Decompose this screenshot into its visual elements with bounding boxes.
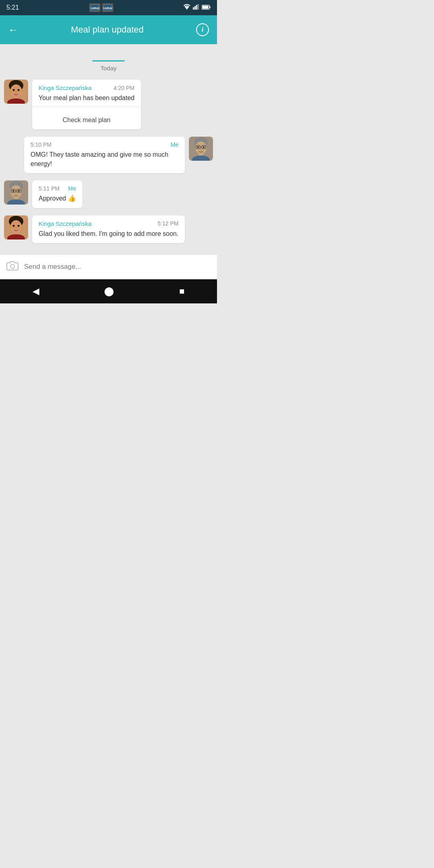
avatar-female-2	[4, 215, 28, 240]
svg-text:IKARIAN: IKARIAN	[103, 7, 112, 10]
message-bubble-1: Kinga Szczepańska 4:20 PM Your meal plan…	[32, 80, 141, 129]
message-divider-1	[32, 106, 141, 107]
nav-home-button[interactable]: ⬤	[96, 282, 122, 301]
message-row-sent-1: 5:10 PM Me OMG! They taste amazing and g…	[4, 137, 213, 173]
message-text-4: Glad you liked them. I'm going to add mo…	[39, 229, 178, 238]
message-time-1: 4:20 PM	[114, 85, 135, 91]
date-label: Today	[100, 65, 117, 72]
svg-point-41	[15, 193, 17, 194]
message-header-4: Kinga Szczepańska 5:12 PM	[39, 220, 178, 227]
page-title: Meal plan updated	[18, 25, 196, 35]
avatar-male-2	[4, 180, 28, 205]
svg-point-40	[18, 190, 20, 192]
svg-point-54	[10, 264, 14, 268]
nav-back-button[interactable]: ◀	[25, 282, 47, 301]
status-icons	[183, 4, 211, 11]
nav-recent-button[interactable]: ■	[171, 282, 192, 301]
svg-point-17	[15, 92, 17, 93]
ikarian-icon-2: IKARIAN	[102, 3, 113, 12]
message-input[interactable]	[24, 263, 211, 271]
svg-point-30	[200, 149, 202, 150]
wifi-icon	[183, 4, 190, 11]
svg-point-14	[10, 84, 22, 97]
svg-point-51	[21, 227, 23, 228]
input-bar	[0, 254, 217, 279]
date-line	[92, 60, 125, 61]
svg-point-16	[18, 89, 20, 91]
svg-point-18	[10, 91, 11, 92]
avatar-male-1	[189, 137, 213, 161]
message-bubble-4: Kinga Szczepańska 5:12 PM Glad you liked…	[32, 215, 185, 243]
sender-name-2: Me	[171, 141, 178, 148]
svg-point-39	[12, 190, 14, 192]
svg-point-46	[10, 220, 22, 233]
message-header-2: 5:10 PM Me	[31, 141, 178, 148]
svg-point-47	[13, 225, 15, 227]
sender-name-3: Me	[68, 185, 76, 192]
svg-rect-11	[209, 6, 210, 8]
date-separator: Today	[0, 60, 217, 72]
sender-name-1: Kinga Szczepańska	[39, 84, 92, 91]
svg-point-50	[10, 227, 11, 228]
info-button[interactable]: i	[196, 23, 209, 36]
message-header-1: Kinga Szczepańska 4:20 PM	[39, 84, 135, 91]
svg-point-49	[15, 227, 17, 228]
message-time-3: 5:11 PM	[39, 185, 59, 192]
svg-point-15	[13, 89, 15, 91]
svg-point-28	[197, 146, 199, 148]
message-text-2: OMG! They taste amazing and give me so m…	[31, 150, 178, 168]
svg-text:IKARIAN: IKARIAN	[90, 7, 99, 10]
signal-icon	[193, 4, 199, 11]
svg-rect-5	[193, 7, 194, 10]
status-center: IKARIAN IKARIAN	[89, 3, 113, 12]
message-bubble-2: 5:10 PM Me OMG! They taste amazing and g…	[24, 137, 185, 173]
message-row-received-2: Kinga Szczepańska 5:12 PM Glad you liked…	[4, 215, 213, 243]
svg-point-29	[203, 146, 205, 148]
message-text-1: Your meal plan has been updated	[39, 94, 135, 102]
avatar-female-1	[4, 80, 28, 104]
message-header-3: 5:11 PM Me	[39, 185, 76, 192]
status-time: 5:21	[6, 4, 19, 11]
status-bar: 5:21 IKARIAN IKARIAN	[0, 0, 217, 15]
check-meal-plan-button[interactable]: Check meal plan	[32, 111, 141, 129]
message-time-2: 5:10 PM	[31, 141, 51, 148]
ikarian-icon-1: IKARIAN	[89, 3, 100, 12]
battery-icon	[202, 4, 211, 11]
message-row: Kinga Szczepańska 4:20 PM Your meal plan…	[4, 80, 213, 129]
svg-rect-6	[194, 6, 196, 10]
message-row-sent-2: 5:11 PM Me Approved 👍	[4, 180, 213, 208]
chat-area: Today	[0, 44, 217, 254]
message-bubble-3: 5:11 PM Me Approved 👍	[32, 180, 82, 208]
svg-point-48	[18, 225, 20, 227]
svg-rect-7	[196, 5, 197, 10]
header: ← Meal plan updated i	[0, 15, 217, 44]
message-time-4: 5:12 PM	[158, 220, 178, 227]
back-button[interactable]: ←	[8, 24, 18, 36]
svg-marker-4	[184, 6, 189, 10]
svg-point-19	[21, 91, 23, 92]
sender-name-4: Kinga Szczepańska	[39, 220, 92, 227]
nav-bar: ◀ ⬤ ■	[0, 279, 217, 303]
svg-rect-8	[198, 4, 199, 10]
message-text-3: Approved 👍	[39, 194, 76, 203]
svg-rect-10	[202, 6, 208, 9]
camera-icon[interactable]	[6, 260, 18, 274]
